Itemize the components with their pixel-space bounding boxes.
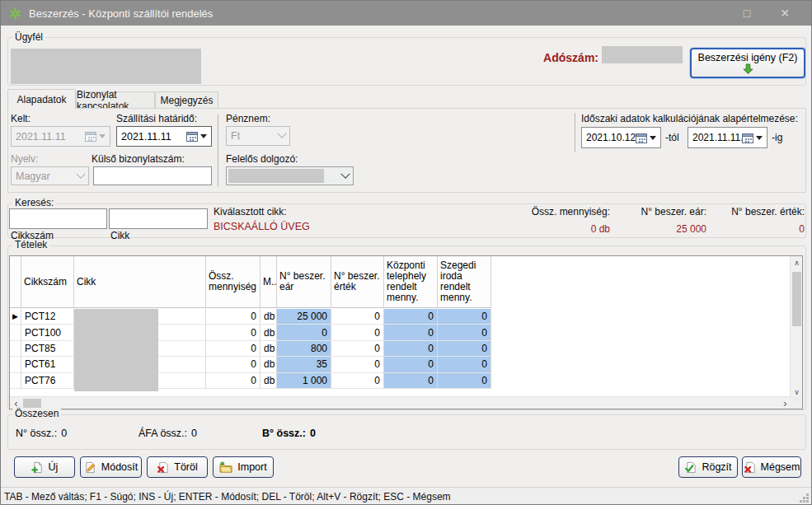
cell-cikkszam[interactable]: PCT76 [21, 373, 74, 389]
row-selector [10, 341, 21, 357]
cell-cikkszam[interactable]: PCT100 [21, 325, 74, 340]
kulso-bizonylatszam-input[interactable] [93, 166, 212, 185]
column-header[interactable]: N° beszer. érték [331, 256, 384, 307]
column-header[interactable]: Szegedi iroda rendelt menny. [438, 256, 491, 307]
cell-ossz[interactable]: 0 [206, 341, 260, 357]
uj-button[interactable]: Új [14, 456, 75, 478]
ig-suffix-label: -ig [772, 132, 782, 143]
cell-kozponti[interactable]: 0 [384, 373, 438, 389]
cell-ertek[interactable]: 0 [331, 309, 384, 325]
tab-bizonylat-kapcsolatok[interactable]: Bizonylat kapcsolatok [76, 91, 155, 109]
felelos-dolgozo-combobox[interactable] [226, 166, 354, 185]
cell-kozponti[interactable]: 0 [384, 341, 438, 357]
maximize-button[interactable]: □ [732, 1, 762, 26]
column-header[interactable]: Cikkszám [21, 256, 74, 307]
cancel-x-icon [744, 461, 756, 474]
cell-szegedi[interactable]: 0 [438, 373, 491, 389]
cell-me[interactable]: db [260, 357, 277, 372]
ossz-mennyiseg-stat: Össz. mennyiség: 0 db [532, 206, 610, 235]
szallitasi-hatarido-datepicker[interactable]: 2021.11.11 [116, 126, 212, 147]
column-header[interactable]: M.. [260, 256, 277, 307]
adoszam-redacted-box [602, 46, 683, 63]
felelos-redacted-box [228, 169, 324, 183]
cell-cikkszam[interactable]: PCT85 [21, 341, 74, 357]
cell-kozponti[interactable]: 0 [384, 309, 438, 325]
cell-szegedi[interactable]: 0 [438, 341, 491, 357]
resize-grip-icon[interactable] [800, 493, 809, 503]
cell-kozponti[interactable]: 0 [384, 357, 438, 372]
cell-ear[interactable]: 35 [277, 357, 331, 372]
modosit-button[interactable]: Módosít [80, 456, 142, 478]
beszer-ertek-value: 0 [731, 223, 805, 235]
titlebar[interactable]: Beszerzés - Központi szállítói rendelés … [1, 1, 811, 26]
edit-pencil-icon [84, 461, 96, 474]
scrollbar-corner [790, 396, 802, 409]
horizontal-scrollbar[interactable]: ‹ › [10, 396, 791, 409]
tab-alapadatok[interactable]: Alapadatok [7, 89, 76, 109]
cikkszam-search-input[interactable] [9, 208, 107, 229]
beszerzesi-igeny-button[interactable]: Beszerzési igény (F2) [690, 48, 805, 78]
calendar-icon [186, 131, 198, 142]
idoszaki-ig-datepicker[interactable]: 2021.11.11. [688, 127, 767, 148]
cell-ertek[interactable]: 0 [331, 357, 384, 372]
b-ossz-value: 0 [310, 428, 316, 439]
beszer-ertek-stat: N° beszer. érték: 0 [731, 206, 805, 235]
cell-me[interactable]: db [260, 373, 277, 389]
n-ossz-total: N° össz.:0 [16, 428, 67, 439]
cell-cikkszam[interactable]: PCT12 [21, 309, 74, 325]
column-header[interactable]: N° beszer. eár [277, 256, 331, 307]
cell-ear[interactable]: 0 [277, 325, 331, 340]
rogzit-button[interactable]: Rögzít [678, 456, 738, 478]
beszer-ear-stat: N° beszer. eár: 25 000 [641, 206, 707, 235]
app-window: Beszerzés - Központi szállítói rendelés … [0, 0, 812, 505]
grid-header: CikkszámCikkÖssz. mennyiségM..N° beszer.… [10, 256, 491, 308]
close-button[interactable]: ✕ [770, 1, 800, 26]
cell-ertek[interactable]: 0 [331, 341, 384, 357]
cell-cikkszam[interactable]: PCT61 [21, 357, 74, 372]
megsem-button[interactable]: Mégsem [742, 456, 801, 478]
calendar-icon [85, 131, 96, 142]
column-header[interactable]: Össz. mennyiség [206, 256, 260, 307]
cikk-search-input[interactable] [109, 208, 208, 229]
cell-ossz[interactable]: 0 [206, 373, 260, 389]
torol-button[interactable]: Töröl [147, 456, 208, 478]
b-ossz-total: B° össz.:0 [262, 428, 316, 439]
cell-me[interactable]: db [260, 309, 277, 325]
statusbar: TAB - Mező váltás; F1 - Súgó; INS - Új; … [1, 487, 811, 505]
column-header[interactable]: Cikk [74, 256, 206, 307]
cell-kozponti[interactable]: 0 [384, 325, 438, 340]
tol-suffix-label: -tól [665, 132, 679, 143]
tab-megjegyzes[interactable]: Megjegyzés [155, 91, 218, 109]
cell-ertek[interactable]: 0 [331, 373, 384, 389]
cell-ear[interactable]: 25 000 [277, 309, 331, 325]
cikk-field-label: Cikk [110, 230, 129, 241]
customer-redacted-box [11, 49, 201, 84]
calendar-icon [636, 133, 647, 143]
cell-szegedi[interactable]: 0 [438, 325, 491, 340]
cell-ertek[interactable]: 0 [331, 325, 384, 340]
idoszaki-tol-datepicker[interactable]: 2021.10.12. [581, 127, 661, 148]
cell-ear[interactable]: 800 [277, 341, 331, 357]
cell-ossz[interactable]: 0 [206, 325, 260, 340]
scroll-up-icon[interactable]: ∧ [791, 256, 803, 269]
afa-ossz-total: ÁFA össz.:0 [138, 428, 197, 439]
cell-me[interactable]: db [260, 325, 277, 340]
kelt-label: Kelt: [11, 113, 31, 124]
cell-szegedi[interactable]: 0 [438, 357, 491, 372]
vertical-scrollbar[interactable]: ∧ ∨ [790, 256, 802, 398]
cell-me[interactable]: db [260, 341, 277, 357]
cell-ossz[interactable]: 0 [206, 357, 260, 372]
nyelv-label: Nyelv: [11, 153, 38, 165]
cell-ear[interactable]: 1 000 [277, 373, 331, 389]
cell-szegedi[interactable]: 0 [438, 309, 491, 325]
import-folder-icon [219, 461, 232, 473]
row-selector [10, 373, 21, 389]
window-title: Beszerzés - Központi szállítói rendelés [29, 7, 213, 20]
dropdown-icon [200, 134, 207, 138]
column-header[interactable]: Központi telephely rendelt menny. [384, 256, 438, 307]
cell-ossz[interactable]: 0 [206, 309, 260, 325]
tetelek-group-label: Tételek [12, 239, 49, 250]
vertical-scroll-thumb[interactable] [792, 272, 801, 326]
horizontal-scroll-thumb[interactable] [23, 399, 41, 408]
import-button[interactable]: Import [213, 456, 274, 478]
